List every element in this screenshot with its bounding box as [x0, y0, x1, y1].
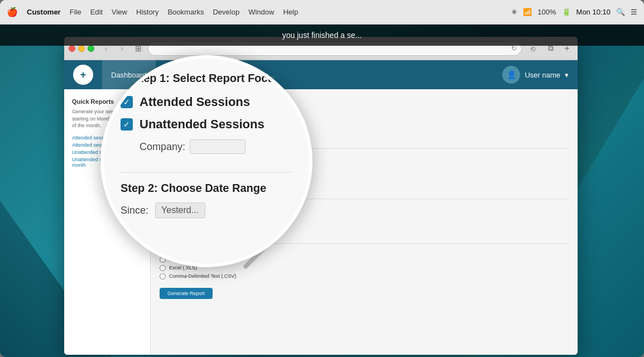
zoom-since-value: Yesterd...: [161, 205, 199, 215]
menubar-right: ✳ 📶 100% 🔋 Mon 10:10 🔍 ☰: [511, 8, 637, 16]
maximize-button[interactable]: [88, 45, 94, 52]
zoom-company-label: Company:: [140, 141, 185, 153]
browser-background: you just finished a se... ‹ › ⊞ ↻ ⎋: [0, 25, 644, 357]
avatar-icon: 👤: [507, 70, 516, 79]
browser-notification-bar: you just finished a se...: [0, 25, 644, 46]
user-avatar: 👤: [502, 66, 520, 84]
mac-window: 🍎 Customer File Edit View History Bookma…: [0, 0, 644, 357]
menu-window[interactable]: Window: [248, 8, 274, 16]
checkmark-icon: ✓: [123, 98, 130, 107]
zoom-step2-header: Step 2: Choose Date Range: [121, 182, 292, 195]
zoom-attended-row: ✓ Attended Sessions: [121, 95, 292, 109]
close-button[interactable]: [69, 45, 75, 52]
menu-file[interactable]: File: [70, 8, 81, 16]
menu-develop[interactable]: Develop: [213, 8, 239, 16]
zoom-attended-label: Attended Sessions: [140, 95, 250, 109]
traffic-lights: [69, 45, 94, 52]
zoom-company-row: Company:: [140, 139, 292, 154]
app-name[interactable]: Customer: [27, 8, 61, 16]
menu-history[interactable]: History: [136, 8, 158, 16]
bluetooth-icon: ✳: [511, 8, 517, 16]
menubar: 🍎 Customer File Edit View History Bookma…: [0, 0, 644, 25]
zoom-step1-header: Step 1: Select Report Focus: [121, 72, 292, 85]
control-strip-icon[interactable]: ☰: [631, 8, 637, 16]
app-logo: +: [73, 65, 93, 85]
format-csv-row: Comma-Delimited Text (.CSV): [160, 273, 569, 279]
checkmark-icon-2: ✓: [123, 120, 130, 129]
zoom-unattended-checkbox[interactable]: ✓: [121, 118, 133, 131]
battery-icon: 🔋: [562, 8, 571, 16]
format-csv-radio[interactable]: [160, 273, 166, 279]
user-dropdown-icon[interactable]: ▾: [565, 71, 569, 79]
battery-percent: 100%: [537, 8, 556, 16]
zoom-step2: Step 2: Choose Date Range Since: Yesterd…: [121, 182, 292, 218]
generate-report-button[interactable]: Generate Report: [160, 288, 213, 299]
menu-edit[interactable]: Edit: [90, 8, 103, 16]
zoom-since-input[interactable]: Yesterd...: [155, 202, 205, 218]
zoom-since-label: Since:: [121, 205, 148, 216]
apple-menu[interactable]: 🍎: [7, 7, 18, 17]
menu-bookmarks[interactable]: Bookmarks: [167, 8, 204, 16]
menu-view[interactable]: View: [112, 8, 127, 16]
magnifier-zoom: Step 1: Select Report Focus ✓ Attended S…: [100, 55, 313, 267]
zoom-company-input[interactable]: [190, 139, 246, 154]
zoom-attended-checkbox[interactable]: ✓: [121, 96, 133, 108]
zoom-step1: Step 1: Select Report Focus ✓ Attended S…: [121, 72, 292, 154]
zoom-content: Step 1: Select Report Focus ✓ Attended S…: [104, 59, 309, 264]
clock: Mon 10:10: [576, 8, 611, 16]
format-xls-radio[interactable]: [160, 265, 166, 271]
user-name: User name: [525, 71, 560, 79]
wifi-icon: 📶: [523, 8, 532, 16]
logo-icon: +: [80, 69, 86, 81]
zoom-unattended-label: Unattended Sessions: [140, 117, 265, 132]
search-icon[interactable]: 🔍: [616, 8, 625, 16]
zoom-unattended-row: ✓ Unattended Sessions: [121, 117, 292, 132]
minimize-button[interactable]: [78, 45, 85, 52]
zoom-since-row: Since: Yesterd...: [121, 202, 292, 218]
format-csv-label: Comma-Delimited Text (.CSV): [169, 273, 236, 279]
zoom-divider: [121, 172, 292, 173]
user-section: 👤 User name ▾: [502, 66, 569, 84]
menu-help[interactable]: Help: [283, 8, 298, 16]
